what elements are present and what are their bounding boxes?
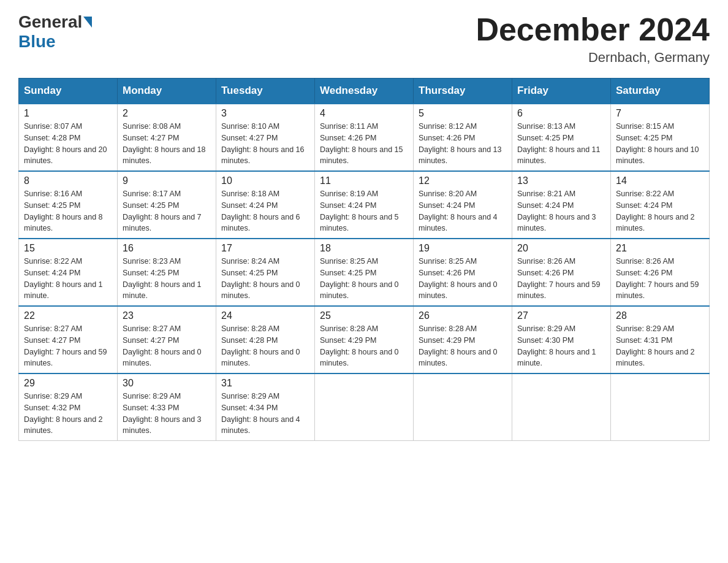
day-cell	[611, 373, 710, 441]
header-cell-wednesday: Wednesday	[315, 79, 414, 104]
day-number: 22	[24, 310, 112, 321]
day-cell: 31 Sunrise: 8:29 AMSunset: 4:34 PMDaylig…	[216, 373, 315, 441]
logo-blue-block	[82, 17, 92, 28]
day-info: Sunrise: 8:26 AMSunset: 4:26 PMDaylight:…	[616, 256, 704, 302]
week-row-5: 29 Sunrise: 8:29 AMSunset: 4:32 PMDaylig…	[19, 373, 710, 441]
day-cell: 25 Sunrise: 8:28 AMSunset: 4:29 PMDaylig…	[315, 306, 414, 373]
day-info: Sunrise: 8:26 AMSunset: 4:26 PMDaylight:…	[517, 256, 605, 302]
day-cell: 7 Sunrise: 8:15 AMSunset: 4:25 PMDayligh…	[611, 104, 710, 171]
day-cell: 11 Sunrise: 8:19 AMSunset: 4:24 PMDaylig…	[315, 171, 414, 239]
day-cell: 18 Sunrise: 8:25 AMSunset: 4:25 PMDaylig…	[315, 239, 414, 306]
day-info: Sunrise: 8:21 AMSunset: 4:24 PMDaylight:…	[517, 188, 605, 234]
day-number: 16	[123, 243, 211, 254]
day-info: Sunrise: 8:11 AMSunset: 4:26 PMDaylight:…	[320, 121, 408, 167]
day-cell: 30 Sunrise: 8:29 AMSunset: 4:33 PMDaylig…	[118, 373, 216, 441]
day-info: Sunrise: 8:15 AMSunset: 4:25 PMDaylight:…	[616, 121, 704, 167]
day-cell: 24 Sunrise: 8:28 AMSunset: 4:28 PMDaylig…	[216, 306, 315, 373]
day-info: Sunrise: 8:29 AMSunset: 4:30 PMDaylight:…	[517, 323, 605, 369]
day-cell: 21 Sunrise: 8:26 AMSunset: 4:26 PMDaylig…	[611, 239, 710, 306]
day-cell	[414, 373, 512, 441]
day-info: Sunrise: 8:24 AMSunset: 4:25 PMDaylight:…	[221, 256, 309, 302]
day-info: Sunrise: 8:20 AMSunset: 4:24 PMDaylight:…	[419, 188, 507, 234]
day-cell: 12 Sunrise: 8:20 AMSunset: 4:24 PMDaylig…	[414, 171, 512, 239]
logo-general-text: General	[18, 12, 82, 32]
day-info: Sunrise: 8:28 AMSunset: 4:29 PMDaylight:…	[320, 323, 408, 369]
day-cell: 14 Sunrise: 8:22 AMSunset: 4:24 PMDaylig…	[611, 171, 710, 239]
day-cell: 22 Sunrise: 8:27 AMSunset: 4:27 PMDaylig…	[19, 306, 118, 373]
location-label: Dernbach, Germany	[476, 50, 710, 66]
day-info: Sunrise: 8:29 AMSunset: 4:34 PMDaylight:…	[221, 391, 309, 437]
header-cell-sunday: Sunday	[19, 79, 118, 104]
title-block: December 2024 Dernbach, Germany	[476, 12, 710, 66]
day-number: 20	[517, 243, 605, 254]
header-cell-tuesday: Tuesday	[216, 79, 315, 104]
day-info: Sunrise: 8:27 AMSunset: 4:27 PMDaylight:…	[123, 323, 211, 369]
day-cell: 23 Sunrise: 8:27 AMSunset: 4:27 PMDaylig…	[118, 306, 216, 373]
day-info: Sunrise: 8:12 AMSunset: 4:26 PMDaylight:…	[419, 121, 507, 167]
day-number: 21	[616, 243, 704, 254]
day-number: 5	[419, 108, 507, 119]
calendar-table: SundayMondayTuesdayWednesdayThursdayFrid…	[18, 78, 710, 441]
day-info: Sunrise: 8:29 AMSunset: 4:32 PMDaylight:…	[24, 391, 112, 437]
day-cell: 29 Sunrise: 8:29 AMSunset: 4:32 PMDaylig…	[19, 373, 118, 441]
day-info: Sunrise: 8:08 AMSunset: 4:27 PMDaylight:…	[123, 121, 211, 167]
day-info: Sunrise: 8:07 AMSunset: 4:28 PMDaylight:…	[24, 121, 112, 167]
day-number: 31	[221, 378, 309, 389]
day-cell: 5 Sunrise: 8:12 AMSunset: 4:26 PMDayligh…	[414, 104, 512, 171]
week-row-3: 15 Sunrise: 8:22 AMSunset: 4:24 PMDaylig…	[19, 239, 710, 306]
day-number: 19	[419, 243, 507, 254]
day-number: 8	[24, 175, 112, 186]
day-info: Sunrise: 8:13 AMSunset: 4:25 PMDaylight:…	[517, 121, 605, 167]
calendar-header: SundayMondayTuesdayWednesdayThursdayFrid…	[19, 79, 710, 104]
day-info: Sunrise: 8:29 AMSunset: 4:33 PMDaylight:…	[123, 391, 211, 437]
day-number: 2	[123, 108, 211, 119]
day-number: 13	[517, 175, 605, 186]
day-info: Sunrise: 8:29 AMSunset: 4:31 PMDaylight:…	[616, 323, 704, 369]
day-number: 24	[221, 310, 309, 321]
day-number: 23	[123, 310, 211, 321]
day-info: Sunrise: 8:16 AMSunset: 4:25 PMDaylight:…	[24, 188, 112, 234]
day-number: 6	[517, 108, 605, 119]
day-number: 14	[616, 175, 704, 186]
day-cell: 8 Sunrise: 8:16 AMSunset: 4:25 PMDayligh…	[19, 171, 118, 239]
day-cell: 20 Sunrise: 8:26 AMSunset: 4:26 PMDaylig…	[512, 239, 611, 306]
day-number: 4	[320, 108, 408, 119]
day-cell: 17 Sunrise: 8:24 AMSunset: 4:25 PMDaylig…	[216, 239, 315, 306]
day-number: 29	[24, 378, 112, 389]
day-cell: 1 Sunrise: 8:07 AMSunset: 4:28 PMDayligh…	[19, 104, 118, 171]
day-number: 1	[24, 108, 112, 119]
day-info: Sunrise: 8:22 AMSunset: 4:24 PMDaylight:…	[616, 188, 704, 234]
day-number: 27	[517, 310, 605, 321]
logo-arrow-icon	[83, 17, 92, 28]
page-header: General Blue December 2024 Dernbach, Ger…	[18, 12, 710, 66]
day-cell	[315, 373, 414, 441]
header-cell-saturday: Saturday	[611, 79, 710, 104]
day-cell: 15 Sunrise: 8:22 AMSunset: 4:24 PMDaylig…	[19, 239, 118, 306]
day-info: Sunrise: 8:22 AMSunset: 4:24 PMDaylight:…	[24, 256, 112, 302]
header-cell-friday: Friday	[512, 79, 611, 104]
week-row-4: 22 Sunrise: 8:27 AMSunset: 4:27 PMDaylig…	[19, 306, 710, 373]
day-cell	[512, 373, 611, 441]
day-cell: 16 Sunrise: 8:23 AMSunset: 4:25 PMDaylig…	[118, 239, 216, 306]
logo-blue-text: Blue	[18, 32, 56, 52]
day-number: 25	[320, 310, 408, 321]
day-number: 28	[616, 310, 704, 321]
day-info: Sunrise: 8:25 AMSunset: 4:26 PMDaylight:…	[419, 256, 507, 302]
day-info: Sunrise: 8:23 AMSunset: 4:25 PMDaylight:…	[123, 256, 211, 302]
header-row: SundayMondayTuesdayWednesdayThursdayFrid…	[19, 79, 710, 104]
day-info: Sunrise: 8:25 AMSunset: 4:25 PMDaylight:…	[320, 256, 408, 302]
day-info: Sunrise: 8:17 AMSunset: 4:25 PMDaylight:…	[123, 188, 211, 234]
day-cell: 3 Sunrise: 8:10 AMSunset: 4:27 PMDayligh…	[216, 104, 315, 171]
week-row-2: 8 Sunrise: 8:16 AMSunset: 4:25 PMDayligh…	[19, 171, 710, 239]
day-cell: 13 Sunrise: 8:21 AMSunset: 4:24 PMDaylig…	[512, 171, 611, 239]
day-number: 18	[320, 243, 408, 254]
day-info: Sunrise: 8:28 AMSunset: 4:29 PMDaylight:…	[419, 323, 507, 369]
day-number: 10	[221, 175, 309, 186]
day-cell: 4 Sunrise: 8:11 AMSunset: 4:26 PMDayligh…	[315, 104, 414, 171]
day-info: Sunrise: 8:10 AMSunset: 4:27 PMDaylight:…	[221, 121, 309, 167]
logo: General Blue	[18, 12, 92, 52]
day-cell: 27 Sunrise: 8:29 AMSunset: 4:30 PMDaylig…	[512, 306, 611, 373]
day-number: 15	[24, 243, 112, 254]
calendar-body: 1 Sunrise: 8:07 AMSunset: 4:28 PMDayligh…	[19, 104, 710, 441]
day-info: Sunrise: 8:18 AMSunset: 4:24 PMDaylight:…	[221, 188, 309, 234]
